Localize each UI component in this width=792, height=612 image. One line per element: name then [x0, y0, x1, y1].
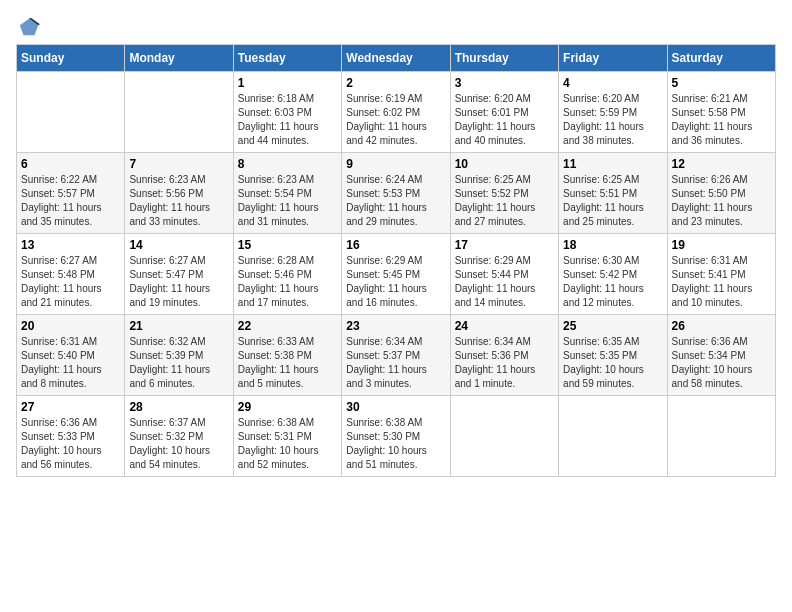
day-info: Sunrise: 6:34 AMSunset: 5:36 PMDaylight:…: [455, 335, 554, 391]
day-number: 4: [563, 76, 662, 90]
day-number: 12: [672, 157, 771, 171]
day-number: 23: [346, 319, 445, 333]
calendar-cell: 24Sunrise: 6:34 AMSunset: 5:36 PMDayligh…: [450, 315, 558, 396]
calendar-cell: 17Sunrise: 6:29 AMSunset: 5:44 PMDayligh…: [450, 234, 558, 315]
calendar-cell: 27Sunrise: 6:36 AMSunset: 5:33 PMDayligh…: [17, 396, 125, 477]
day-info: Sunrise: 6:31 AMSunset: 5:40 PMDaylight:…: [21, 335, 120, 391]
calendar-week-1: 1Sunrise: 6:18 AMSunset: 6:03 PMDaylight…: [17, 72, 776, 153]
calendar-cell: 7Sunrise: 6:23 AMSunset: 5:56 PMDaylight…: [125, 153, 233, 234]
day-number: 22: [238, 319, 337, 333]
day-number: 14: [129, 238, 228, 252]
day-number: 6: [21, 157, 120, 171]
calendar-cell: 25Sunrise: 6:35 AMSunset: 5:35 PMDayligh…: [559, 315, 667, 396]
day-number: 7: [129, 157, 228, 171]
day-info: Sunrise: 6:37 AMSunset: 5:32 PMDaylight:…: [129, 416, 228, 472]
calendar-cell: 10Sunrise: 6:25 AMSunset: 5:52 PMDayligh…: [450, 153, 558, 234]
calendar-cell: 19Sunrise: 6:31 AMSunset: 5:41 PMDayligh…: [667, 234, 775, 315]
calendar-cell: 4Sunrise: 6:20 AMSunset: 5:59 PMDaylight…: [559, 72, 667, 153]
day-number: 18: [563, 238, 662, 252]
day-info: Sunrise: 6:23 AMSunset: 5:56 PMDaylight:…: [129, 173, 228, 229]
day-info: Sunrise: 6:29 AMSunset: 5:44 PMDaylight:…: [455, 254, 554, 310]
calendar-cell: 5Sunrise: 6:21 AMSunset: 5:58 PMDaylight…: [667, 72, 775, 153]
day-number: 19: [672, 238, 771, 252]
calendar-cell: 18Sunrise: 6:30 AMSunset: 5:42 PMDayligh…: [559, 234, 667, 315]
weekday-header-tuesday: Tuesday: [233, 45, 341, 72]
header: [16, 16, 776, 34]
day-info: Sunrise: 6:27 AMSunset: 5:47 PMDaylight:…: [129, 254, 228, 310]
day-number: 2: [346, 76, 445, 90]
calendar-cell: [559, 396, 667, 477]
calendar-cell: 21Sunrise: 6:32 AMSunset: 5:39 PMDayligh…: [125, 315, 233, 396]
logo: [16, 16, 40, 34]
day-info: Sunrise: 6:34 AMSunset: 5:37 PMDaylight:…: [346, 335, 445, 391]
calendar-cell: 14Sunrise: 6:27 AMSunset: 5:47 PMDayligh…: [125, 234, 233, 315]
calendar-cell: 12Sunrise: 6:26 AMSunset: 5:50 PMDayligh…: [667, 153, 775, 234]
day-number: 13: [21, 238, 120, 252]
weekday-header-saturday: Saturday: [667, 45, 775, 72]
calendar-cell: 11Sunrise: 6:25 AMSunset: 5:51 PMDayligh…: [559, 153, 667, 234]
calendar-week-4: 20Sunrise: 6:31 AMSunset: 5:40 PMDayligh…: [17, 315, 776, 396]
day-info: Sunrise: 6:23 AMSunset: 5:54 PMDaylight:…: [238, 173, 337, 229]
day-info: Sunrise: 6:19 AMSunset: 6:02 PMDaylight:…: [346, 92, 445, 148]
day-info: Sunrise: 6:24 AMSunset: 5:53 PMDaylight:…: [346, 173, 445, 229]
day-info: Sunrise: 6:36 AMSunset: 5:34 PMDaylight:…: [672, 335, 771, 391]
day-info: Sunrise: 6:32 AMSunset: 5:39 PMDaylight:…: [129, 335, 228, 391]
calendar: SundayMondayTuesdayWednesdayThursdayFrid…: [16, 44, 776, 477]
calendar-cell: 26Sunrise: 6:36 AMSunset: 5:34 PMDayligh…: [667, 315, 775, 396]
weekday-header-wednesday: Wednesday: [342, 45, 450, 72]
calendar-cell: 1Sunrise: 6:18 AMSunset: 6:03 PMDaylight…: [233, 72, 341, 153]
day-number: 25: [563, 319, 662, 333]
day-info: Sunrise: 6:27 AMSunset: 5:48 PMDaylight:…: [21, 254, 120, 310]
day-number: 20: [21, 319, 120, 333]
calendar-week-5: 27Sunrise: 6:36 AMSunset: 5:33 PMDayligh…: [17, 396, 776, 477]
calendar-cell: 3Sunrise: 6:20 AMSunset: 6:01 PMDaylight…: [450, 72, 558, 153]
day-info: Sunrise: 6:20 AMSunset: 5:59 PMDaylight:…: [563, 92, 662, 148]
day-number: 1: [238, 76, 337, 90]
day-info: Sunrise: 6:35 AMSunset: 5:35 PMDaylight:…: [563, 335, 662, 391]
day-number: 30: [346, 400, 445, 414]
weekday-header-friday: Friday: [559, 45, 667, 72]
day-number: 28: [129, 400, 228, 414]
day-number: 27: [21, 400, 120, 414]
day-info: Sunrise: 6:30 AMSunset: 5:42 PMDaylight:…: [563, 254, 662, 310]
day-number: 17: [455, 238, 554, 252]
calendar-cell: 30Sunrise: 6:38 AMSunset: 5:30 PMDayligh…: [342, 396, 450, 477]
calendar-week-2: 6Sunrise: 6:22 AMSunset: 5:57 PMDaylight…: [17, 153, 776, 234]
day-number: 8: [238, 157, 337, 171]
calendar-header-row: SundayMondayTuesdayWednesdayThursdayFrid…: [17, 45, 776, 72]
day-info: Sunrise: 6:31 AMSunset: 5:41 PMDaylight:…: [672, 254, 771, 310]
calendar-cell: 28Sunrise: 6:37 AMSunset: 5:32 PMDayligh…: [125, 396, 233, 477]
calendar-cell: [17, 72, 125, 153]
day-info: Sunrise: 6:29 AMSunset: 5:45 PMDaylight:…: [346, 254, 445, 310]
calendar-cell: 8Sunrise: 6:23 AMSunset: 5:54 PMDaylight…: [233, 153, 341, 234]
day-number: 9: [346, 157, 445, 171]
calendar-cell: 13Sunrise: 6:27 AMSunset: 5:48 PMDayligh…: [17, 234, 125, 315]
calendar-cell: 29Sunrise: 6:38 AMSunset: 5:31 PMDayligh…: [233, 396, 341, 477]
day-number: 29: [238, 400, 337, 414]
day-info: Sunrise: 6:26 AMSunset: 5:50 PMDaylight:…: [672, 173, 771, 229]
weekday-header-thursday: Thursday: [450, 45, 558, 72]
day-info: Sunrise: 6:20 AMSunset: 6:01 PMDaylight:…: [455, 92, 554, 148]
day-number: 15: [238, 238, 337, 252]
day-info: Sunrise: 6:36 AMSunset: 5:33 PMDaylight:…: [21, 416, 120, 472]
calendar-cell: 23Sunrise: 6:34 AMSunset: 5:37 PMDayligh…: [342, 315, 450, 396]
day-number: 24: [455, 319, 554, 333]
calendar-cell: 16Sunrise: 6:29 AMSunset: 5:45 PMDayligh…: [342, 234, 450, 315]
day-info: Sunrise: 6:25 AMSunset: 5:51 PMDaylight:…: [563, 173, 662, 229]
day-info: Sunrise: 6:33 AMSunset: 5:38 PMDaylight:…: [238, 335, 337, 391]
day-number: 5: [672, 76, 771, 90]
day-number: 26: [672, 319, 771, 333]
weekday-header-sunday: Sunday: [17, 45, 125, 72]
calendar-week-3: 13Sunrise: 6:27 AMSunset: 5:48 PMDayligh…: [17, 234, 776, 315]
calendar-cell: 20Sunrise: 6:31 AMSunset: 5:40 PMDayligh…: [17, 315, 125, 396]
day-info: Sunrise: 6:21 AMSunset: 5:58 PMDaylight:…: [672, 92, 771, 148]
calendar-cell: [125, 72, 233, 153]
logo-icon: [18, 16, 40, 38]
day-info: Sunrise: 6:38 AMSunset: 5:30 PMDaylight:…: [346, 416, 445, 472]
day-info: Sunrise: 6:38 AMSunset: 5:31 PMDaylight:…: [238, 416, 337, 472]
calendar-cell: 6Sunrise: 6:22 AMSunset: 5:57 PMDaylight…: [17, 153, 125, 234]
calendar-cell: [667, 396, 775, 477]
day-info: Sunrise: 6:28 AMSunset: 5:46 PMDaylight:…: [238, 254, 337, 310]
day-number: 11: [563, 157, 662, 171]
weekday-header-monday: Monday: [125, 45, 233, 72]
